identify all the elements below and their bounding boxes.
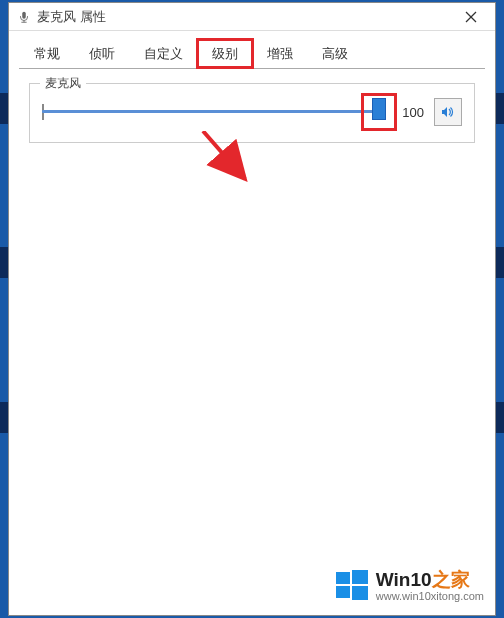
levels-panel: 麦克风 100	[19, 68, 485, 562]
window-title: 麦克风 属性	[37, 8, 451, 26]
microphone-icon	[17, 10, 31, 24]
svg-rect-8	[336, 586, 350, 598]
close-button[interactable]	[451, 4, 491, 30]
watermark: Win10之家 www.win10xitong.com	[328, 564, 490, 608]
tab-enhancements[interactable]: 增强	[252, 39, 308, 68]
svg-rect-7	[352, 570, 368, 584]
slider-thumb-highlight	[364, 96, 394, 128]
svg-rect-6	[336, 572, 350, 584]
tab-general[interactable]: 常规	[19, 39, 75, 68]
mute-button[interactable]	[434, 98, 462, 126]
svg-rect-9	[352, 586, 368, 600]
tab-custom[interactable]: 自定义	[129, 39, 198, 68]
watermark-brand: Win10之家	[376, 570, 484, 591]
tab-advanced[interactable]: 高级	[307, 39, 363, 68]
tab-listen[interactable]: 侦听	[74, 39, 130, 68]
annotation-arrow	[95, 131, 265, 211]
tab-levels[interactable]: 级别	[197, 39, 253, 68]
svg-rect-0	[22, 11, 26, 18]
level-slider[interactable]	[42, 102, 379, 122]
speaker-icon	[440, 104, 456, 120]
microphone-level-group: 麦克风 100	[29, 83, 475, 143]
watermark-url: www.win10xitong.com	[376, 590, 484, 602]
slider-row: 100	[42, 98, 462, 126]
tab-strip: 常规 侦听 自定义 级别 增强 高级	[9, 31, 495, 68]
level-value: 100	[389, 105, 424, 120]
titlebar: 麦克风 属性	[9, 3, 495, 31]
group-label: 麦克风	[40, 75, 86, 92]
windows-logo-icon	[334, 568, 370, 604]
microphone-properties-dialog: 麦克风 属性 常规 侦听 自定义 级别 增强 高级 麦克风	[8, 2, 496, 616]
